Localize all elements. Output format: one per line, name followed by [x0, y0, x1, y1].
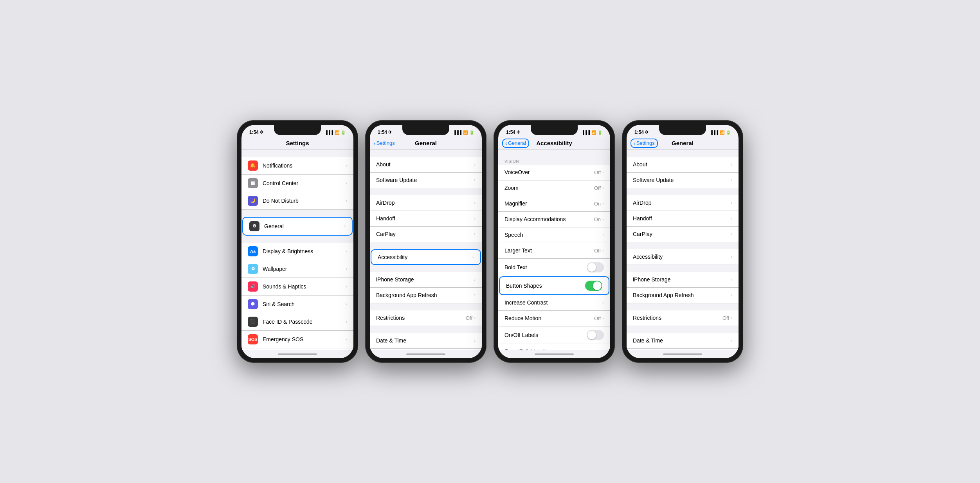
list-item[interactable]: Button Shapes	[499, 276, 609, 295]
list-item[interactable]: RestrictionsOff›	[627, 310, 739, 326]
chevron-right-icon: ›	[602, 300, 604, 305]
list-item[interactable]: ▮Battery›	[241, 348, 353, 351]
list-item[interactable]: ZoomOff›	[498, 180, 610, 196]
home-indicator	[241, 350, 353, 358]
list-item[interactable]: About›	[627, 157, 739, 173]
list-item[interactable]: RestrictionsOff›	[370, 310, 482, 326]
list-item[interactable]: Handoff›	[627, 211, 739, 227]
list-item[interactable]: Accessibility›	[627, 249, 739, 265]
chevron-right-icon: ›	[731, 277, 732, 282]
list-item[interactable]: ⬢Siri & Search›	[241, 296, 353, 313]
chevron-right-icon: ›	[474, 216, 476, 221]
status-icons: ▐▐▐ 📶 🔋	[710, 130, 731, 135]
list-item[interactable]: Date & Time›	[370, 333, 482, 349]
chevron-right-icon: ›	[602, 169, 604, 175]
signal-icon: ▐▐▐	[710, 130, 718, 135]
section-header: VISION	[498, 157, 610, 165]
toggle-switch[interactable]	[585, 281, 602, 291]
item-label: Background App Refresh	[376, 292, 474, 298]
list-item[interactable]: Background App Refresh›	[370, 288, 482, 303]
item-label: Zoom	[504, 185, 594, 191]
chevron-right-icon: ›	[731, 254, 732, 260]
section-gap	[370, 265, 482, 272]
back-button[interactable]: ‹General	[502, 139, 529, 148]
list-item[interactable]: Display AccommodationsOn›	[498, 212, 610, 227]
list-item[interactable]: AaDisplay & Brightness›	[241, 243, 353, 260]
list-item[interactable]: ✿Wallpaper›	[241, 260, 353, 278]
back-button[interactable]: ‹Settings	[631, 139, 658, 148]
list-item[interactable]: Bold Text	[498, 259, 610, 276]
phone-4: 1:54 ✈▐▐▐ 📶 🔋‹SettingsGeneralAbout›Softw…	[622, 120, 743, 363]
list-item[interactable]: iPhone Storage›	[627, 272, 739, 288]
signal-icon: ▐▐▐	[582, 130, 590, 135]
item-icon: Aa	[248, 246, 258, 256]
list-item[interactable]: Larger TextOff›	[498, 243, 610, 259]
section-gap	[370, 242, 482, 249]
chevron-right-icon: ›	[602, 248, 604, 253]
item-label: Handoff	[376, 215, 474, 222]
item-label: Accessibility	[378, 254, 472, 260]
item-label: Magnifier	[504, 200, 594, 207]
toggle-switch[interactable]	[587, 262, 604, 272]
list-item[interactable]: iPhone Storage›	[370, 272, 482, 288]
list-item[interactable]: Accessibility›	[371, 249, 481, 265]
home-bar	[663, 353, 702, 355]
wifi-icon: 📶	[463, 130, 468, 135]
back-label: Settings	[636, 140, 655, 146]
item-label: Restrictions	[376, 315, 466, 321]
list-item[interactable]: Software Update›	[627, 173, 739, 188]
list-item[interactable]: Keyboard›	[627, 349, 739, 351]
back-label: General	[508, 140, 526, 146]
item-label: Button Shapes	[506, 283, 585, 289]
section-gap	[627, 242, 739, 249]
item-label: Display Accommodations	[504, 216, 594, 222]
section-gap	[241, 150, 353, 157]
back-label: Settings	[377, 140, 395, 146]
list-item[interactable]: AirDrop›	[627, 195, 739, 211]
list-item[interactable]: 🔊Sounds & Haptics›	[241, 278, 353, 296]
toggle-switch[interactable]	[587, 330, 604, 340]
list-item[interactable]: Increase Contrast›	[498, 295, 610, 311]
item-icon: ⬢	[248, 299, 258, 309]
list-item[interactable]: MagnifierOn›	[498, 196, 610, 212]
nav-title: General	[415, 140, 437, 146]
list-item[interactable]: On/Off Labels	[498, 326, 610, 344]
section-gap	[370, 303, 482, 310]
list-item[interactable]: Reduce MotionOff›	[498, 311, 610, 326]
list-item[interactable]: ⬛Face ID & Passcode›	[241, 313, 353, 331]
chevron-right-icon: ›	[731, 200, 732, 205]
list-item[interactable]: CarPlay›	[627, 227, 739, 242]
list-item[interactable]: ⚙General›	[242, 217, 353, 236]
list-item[interactable]: Background App Refresh›	[627, 288, 739, 303]
chevron-right-icon: ›	[602, 349, 604, 350]
section-gap	[241, 210, 353, 217]
back-button[interactable]: ‹Settings	[374, 140, 395, 146]
status-time: 1:54 ✈	[506, 130, 521, 135]
chevron-right-icon: ›	[602, 232, 604, 238]
list-item[interactable]: Software Update›	[370, 173, 482, 188]
list-item[interactable]: About›	[370, 157, 482, 173]
chevron-right-icon: ›	[731, 292, 732, 298]
list-item[interactable]: CarPlay›	[370, 227, 482, 242]
list-item[interactable]: Handoff›	[370, 211, 482, 227]
section-gap	[498, 150, 610, 157]
list-item[interactable]: Keyboard›	[370, 349, 482, 351]
list-item[interactable]: ▦Control Center›	[241, 175, 353, 192]
list-item[interactable]: SOSEmergency SOS›	[241, 331, 353, 348]
chevron-right-icon: ›	[344, 223, 346, 229]
item-label: Software Update	[376, 177, 474, 183]
chevron-right-icon: ›	[474, 177, 476, 183]
list-item[interactable]: 🔔Notifications›	[241, 157, 353, 175]
list-item[interactable]: Speech›	[498, 227, 610, 243]
signal-icon: ▐▐▐	[325, 130, 333, 135]
item-icon: SOS	[248, 334, 258, 344]
list-item[interactable]: Face ID & Attention›	[498, 344, 610, 351]
wifi-icon: 📶	[335, 130, 339, 135]
list-item[interactable]: 🌙Do Not Disturb›	[241, 192, 353, 210]
screen-content: About›Software Update›AirDrop›Handoff›Ca…	[370, 150, 482, 351]
list-item[interactable]: AirDrop›	[370, 195, 482, 211]
list-item[interactable]: Date & Time›	[627, 333, 739, 349]
list-item[interactable]: VoiceOverOff›	[498, 165, 610, 180]
item-icon: 🔔	[248, 160, 258, 171]
item-label: On/Off Labels	[504, 332, 587, 338]
